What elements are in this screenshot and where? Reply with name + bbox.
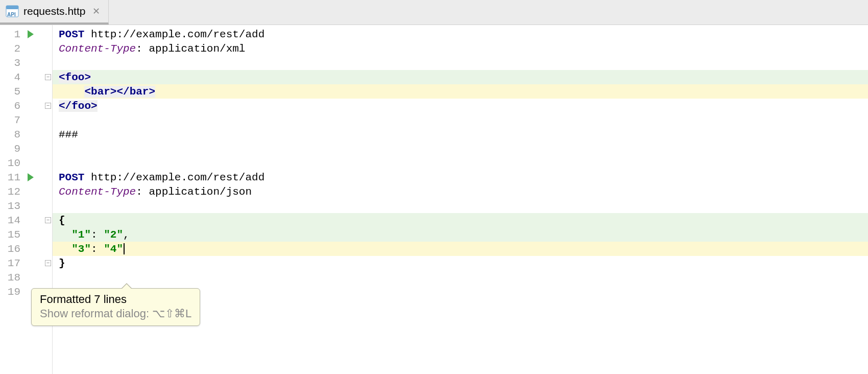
gutter-line: 5 bbox=[0, 84, 52, 99]
tab-bar-empty bbox=[109, 0, 868, 25]
line-number: 2 bbox=[0, 43, 22, 55]
line-number: 9 bbox=[0, 143, 22, 155]
line-number: 14 bbox=[0, 215, 22, 226]
line-number: 17 bbox=[0, 258, 22, 269]
code-line[interactable]: ### bbox=[53, 127, 868, 142]
code-line[interactable] bbox=[53, 156, 868, 170]
line-number: 13 bbox=[0, 200, 22, 212]
fold-open-icon[interactable]: − bbox=[45, 74, 51, 80]
code-line[interactable]: <foo> bbox=[53, 70, 868, 84]
fold-close-icon[interactable]: − bbox=[45, 260, 51, 266]
svg-text:API: API bbox=[7, 12, 16, 17]
code-line[interactable]: "3": "4" bbox=[53, 242, 868, 256]
code-line[interactable] bbox=[53, 270, 868, 285]
gutter-line: 11 bbox=[0, 170, 52, 184]
editor: 1234−56−7891011121314−151617−1819 POST h… bbox=[0, 25, 868, 374]
run-request-icon[interactable] bbox=[28, 30, 34, 38]
gutter-line: 14− bbox=[0, 213, 52, 227]
gutter-line: 7 bbox=[0, 113, 52, 127]
text-cursor bbox=[124, 243, 125, 254]
code-line[interactable]: </foo> bbox=[53, 99, 868, 113]
gutter-line: 6− bbox=[0, 99, 52, 113]
gutter-line: 10 bbox=[0, 156, 52, 170]
line-number: 1 bbox=[0, 29, 22, 40]
tooltip-shortcut: Show reformat dialog: ⌥⇧⌘L bbox=[40, 307, 191, 320]
line-number: 12 bbox=[0, 186, 22, 198]
code-line[interactable] bbox=[53, 142, 868, 156]
reformat-tooltip: Formatted 7 lines Show reformat dialog: … bbox=[31, 288, 200, 326]
fold-open-icon[interactable]: − bbox=[45, 217, 51, 223]
code-line[interactable]: "1": "2", bbox=[53, 227, 868, 242]
fold-close-icon[interactable]: − bbox=[45, 103, 51, 109]
gutter-line: 1 bbox=[0, 27, 52, 41]
tab-bar: API requests.http ✕ bbox=[0, 0, 868, 25]
line-number: 6 bbox=[0, 100, 22, 112]
code-line[interactable]: } bbox=[53, 256, 868, 270]
line-number: 5 bbox=[0, 86, 22, 98]
line-number: 8 bbox=[0, 129, 22, 141]
close-icon[interactable]: ✕ bbox=[92, 6, 100, 17]
gutter-line: 16 bbox=[0, 242, 52, 256]
code-line[interactable] bbox=[53, 56, 868, 70]
gutter-line: 18 bbox=[0, 270, 52, 285]
line-number: 4 bbox=[0, 72, 22, 83]
code-line[interactable]: <bar></bar> bbox=[53, 84, 868, 99]
line-number: 18 bbox=[0, 272, 22, 284]
gutter-line: 2 bbox=[0, 41, 52, 56]
tooltip-message: Formatted 7 lines bbox=[40, 293, 191, 306]
line-number: 3 bbox=[0, 57, 22, 69]
gutter-line: 17− bbox=[0, 256, 52, 270]
tab-filename: requests.http bbox=[23, 5, 85, 17]
svg-rect-1 bbox=[6, 6, 18, 9]
code-line[interactable] bbox=[53, 199, 868, 213]
code-line[interactable]: POST http://example.com/rest/add bbox=[53, 170, 868, 184]
gutter-line: 9 bbox=[0, 142, 52, 156]
code-line[interactable]: POST http://example.com/rest/add bbox=[53, 27, 868, 41]
line-number: 19 bbox=[0, 286, 22, 298]
code-line[interactable]: { bbox=[53, 213, 868, 227]
file-tab-requests[interactable]: API requests.http ✕ bbox=[0, 0, 109, 25]
line-number: 10 bbox=[0, 157, 22, 169]
gutter-line: 12 bbox=[0, 184, 52, 199]
gutter-line: 3 bbox=[0, 56, 52, 70]
http-file-icon: API bbox=[5, 4, 19, 18]
gutter-line: 13 bbox=[0, 199, 52, 213]
line-number: 7 bbox=[0, 114, 22, 126]
gutter-line: 8 bbox=[0, 127, 52, 142]
line-number: 11 bbox=[0, 172, 22, 183]
gutter-line: 4− bbox=[0, 70, 52, 84]
line-number: 15 bbox=[0, 229, 22, 241]
line-number: 16 bbox=[0, 243, 22, 255]
run-request-icon[interactable] bbox=[28, 173, 34, 181]
gutter-line: 15 bbox=[0, 227, 52, 242]
code-line[interactable]: Content-Type: application/json bbox=[53, 184, 868, 199]
code-line[interactable]: Content-Type: application/xml bbox=[53, 41, 868, 56]
code-line[interactable] bbox=[53, 113, 868, 127]
